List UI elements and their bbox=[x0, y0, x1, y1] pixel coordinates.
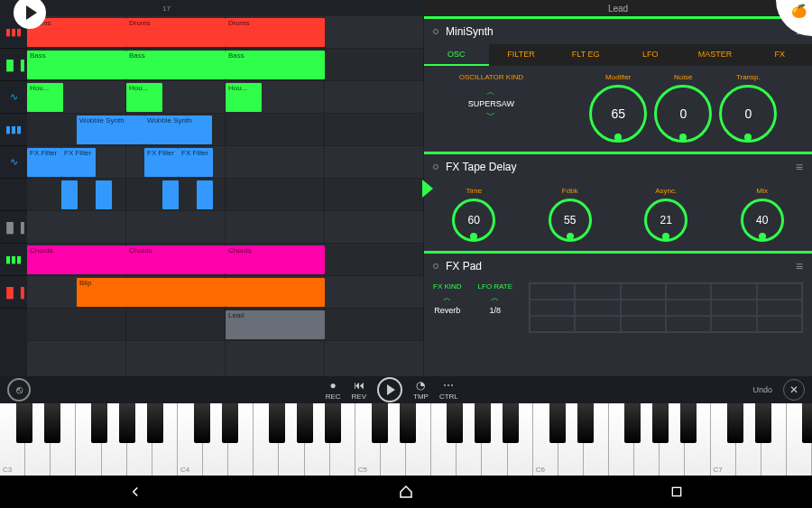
track-row[interactable]: Lead bbox=[27, 309, 424, 341]
knob-time[interactable]: Time 60 bbox=[452, 187, 495, 242]
knob-modifier[interactable]: Modifier 65 bbox=[589, 73, 647, 143]
black-key[interactable] bbox=[325, 403, 341, 443]
clip[interactable]: FX Filter bbox=[27, 148, 61, 177]
clip[interactable]: Hou... bbox=[27, 83, 63, 112]
black-key[interactable] bbox=[372, 403, 388, 443]
knob-noise[interactable]: Noise 0 bbox=[654, 73, 712, 143]
clip[interactable] bbox=[61, 180, 78, 209]
track-row[interactable]: ChordsChordsChords bbox=[27, 244, 424, 276]
clip[interactable]: Hou... bbox=[226, 83, 262, 112]
track-selector[interactable]: ▐▌▐ bbox=[0, 276, 27, 309]
module-menu-icon[interactable]: ≡ bbox=[796, 160, 803, 174]
clip[interactable]: Wobble Synth bbox=[77, 115, 144, 144]
clip[interactable] bbox=[162, 180, 179, 209]
clip[interactable]: FX Filter bbox=[61, 148, 96, 177]
synth-tab-fx[interactable]: FX bbox=[747, 44, 812, 66]
black-key[interactable] bbox=[475, 403, 491, 443]
recents-icon[interactable] bbox=[668, 483, 686, 501]
track-selector[interactable]: ▮▮▮ bbox=[0, 114, 27, 146]
knob-transp.[interactable]: Transp. 0 bbox=[719, 73, 777, 143]
track-selector[interactable]: ▐▌▐ bbox=[0, 211, 27, 244]
track-selector[interactable]: ∿ bbox=[0, 146, 27, 179]
black-key[interactable] bbox=[194, 403, 210, 443]
mixer-button[interactable]: ⎋ bbox=[7, 378, 31, 402]
timeline-ruler[interactable]: 17 bbox=[0, 0, 424, 16]
clip[interactable]: Bass bbox=[126, 51, 226, 79]
black-key[interactable] bbox=[269, 403, 285, 443]
black-key[interactable] bbox=[577, 403, 594, 443]
track-row[interactable] bbox=[27, 179, 424, 211]
chevron-down-icon[interactable]: ﹀ bbox=[486, 112, 495, 119]
synth-tab-osc[interactable]: OSC bbox=[424, 44, 489, 66]
close-button[interactable]: ✕ bbox=[783, 379, 805, 401]
clip[interactable] bbox=[226, 278, 325, 307]
track-row[interactable] bbox=[27, 211, 424, 244]
black-key[interactable] bbox=[503, 403, 519, 443]
ctrl-button[interactable]: ⋯CTRL bbox=[439, 379, 458, 401]
track-selector[interactable]: ∿ bbox=[0, 81, 27, 114]
track-row[interactable]: FX FilterFX FilterFX FilterFX Filter bbox=[27, 146, 424, 179]
tempo-button[interactable]: ◔TMP bbox=[413, 379, 429, 401]
clip[interactable]: Chords bbox=[27, 245, 126, 274]
lfo-rate-selector[interactable]: LFO RATE ︿ 1/8 bbox=[478, 282, 513, 333]
clip[interactable]: Blip bbox=[77, 278, 226, 307]
piano-keyboard[interactable]: C3C4C5C6C7 bbox=[0, 403, 812, 476]
back-icon[interactable] bbox=[126, 483, 144, 501]
black-key[interactable] bbox=[802, 403, 812, 443]
clip[interactable]: Chords bbox=[226, 245, 325, 274]
track-row[interactable]: Blip bbox=[27, 276, 424, 309]
module-toggle[interactable] bbox=[433, 164, 438, 170]
clip[interactable]: Bass bbox=[226, 51, 325, 79]
clip[interactable] bbox=[197, 180, 213, 209]
record-button[interactable]: ●REC bbox=[326, 379, 341, 401]
synth-tab-master[interactable]: MASTER bbox=[683, 44, 748, 66]
clip[interactable]: FX Filter bbox=[144, 148, 179, 177]
black-key[interactable] bbox=[297, 403, 313, 443]
black-key[interactable] bbox=[147, 403, 163, 443]
chevron-up-icon[interactable]: ︿ bbox=[491, 292, 499, 304]
black-key[interactable] bbox=[44, 403, 60, 443]
black-key[interactable] bbox=[549, 403, 566, 443]
clip[interactable]: Bass bbox=[27, 51, 126, 79]
clip[interactable]: Hou... bbox=[126, 83, 162, 112]
clip[interactable] bbox=[96, 180, 112, 209]
clip[interactable]: Lead bbox=[226, 310, 325, 339]
black-key[interactable] bbox=[400, 403, 416, 443]
knob-async.[interactable]: Async. 21 bbox=[644, 187, 687, 242]
home-icon[interactable] bbox=[397, 483, 415, 501]
fx-kind-selector[interactable]: FX KIND ︿ Reverb bbox=[433, 282, 462, 333]
module-toggle[interactable] bbox=[433, 29, 438, 34]
black-key[interactable] bbox=[652, 403, 669, 443]
track-row[interactable]: Hou...Hou...Hou... bbox=[27, 81, 424, 114]
module-toggle[interactable] bbox=[433, 263, 438, 269]
black-key[interactable] bbox=[16, 403, 32, 443]
synth-tab-lfo[interactable]: LFO bbox=[618, 44, 683, 66]
knob-fdbk[interactable]: Fdbk 55 bbox=[549, 187, 592, 242]
black-key[interactable] bbox=[91, 403, 107, 443]
xy-pad[interactable] bbox=[529, 282, 803, 333]
track-selector[interactable]: ▐▌▐ bbox=[0, 49, 27, 81]
expand-arrow-icon[interactable] bbox=[422, 180, 433, 198]
undo-button[interactable]: Undo bbox=[753, 385, 773, 394]
track-row[interactable]: Wobble SynthWobble Synth bbox=[27, 114, 424, 146]
play-button-main[interactable] bbox=[377, 377, 402, 402]
clip[interactable]: Wobble Synth bbox=[144, 115, 212, 144]
synth-tab-filter[interactable]: FILTER bbox=[489, 44, 554, 66]
clip[interactable]: Drums bbox=[226, 18, 325, 47]
black-key[interactable] bbox=[447, 403, 463, 443]
track-row[interactable]: BassBassBass bbox=[27, 49, 424, 81]
clip[interactable]: FX Filter bbox=[179, 148, 213, 177]
synth-tab-flt eg[interactable]: FLT EG bbox=[553, 44, 618, 66]
rewind-button[interactable]: ⏮REV bbox=[352, 379, 366, 401]
black-key[interactable] bbox=[755, 403, 771, 443]
black-key[interactable] bbox=[624, 403, 641, 443]
black-key[interactable] bbox=[119, 403, 135, 443]
black-key[interactable] bbox=[680, 403, 697, 443]
knob-mix[interactable]: Mix 40 bbox=[741, 187, 784, 242]
chevron-up-icon[interactable]: ︿ bbox=[486, 88, 495, 96]
track-selector[interactable]: ▮▮▮ bbox=[0, 244, 27, 276]
clip[interactable]: Chords bbox=[126, 245, 226, 274]
track-selector[interactable] bbox=[0, 179, 27, 211]
oscillator-kind-selector[interactable]: OSCILLATOR KIND ︿ SUPERSAW ﹀ bbox=[459, 73, 523, 143]
black-key[interactable] bbox=[727, 403, 743, 443]
